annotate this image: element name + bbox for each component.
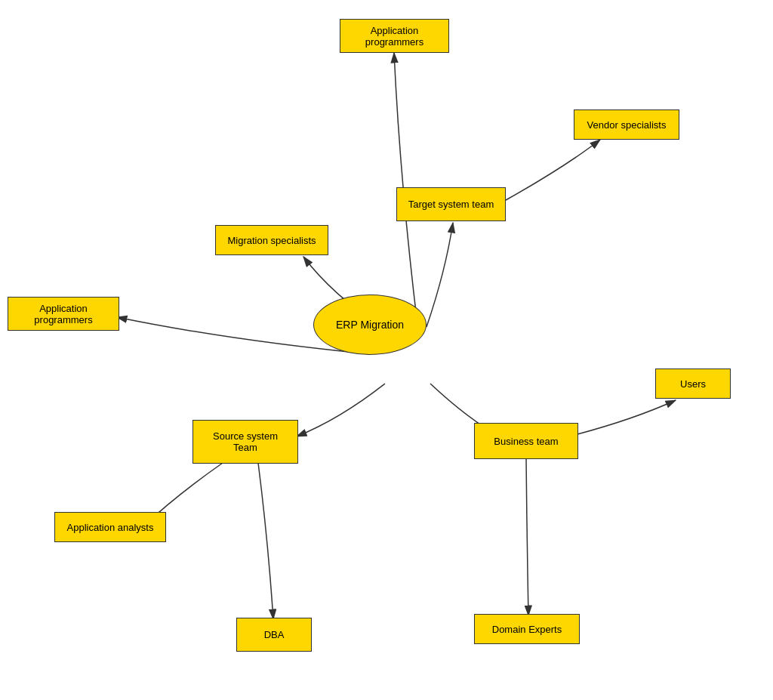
node-business-label: Business team xyxy=(494,436,558,447)
node-dba-label: DBA xyxy=(264,629,285,640)
node-app-prog-top-label: Application programmers xyxy=(343,25,445,48)
diagram-container: ERP Migration Application programmers Ve… xyxy=(0,0,773,700)
erp-migration-center[interactable]: ERP Migration xyxy=(313,294,427,355)
node-app-prog-left[interactable]: Application programmers xyxy=(8,297,119,331)
node-domain-label: Domain Experts xyxy=(492,624,562,635)
node-target-system-team[interactable]: Target system team xyxy=(396,187,506,221)
node-dba[interactable]: DBA xyxy=(236,618,312,652)
node-users-label: Users xyxy=(680,378,706,390)
node-vendor-label: Vendor specialists xyxy=(587,119,667,131)
node-vendor-specialists[interactable]: Vendor specialists xyxy=(574,109,679,140)
erp-migration-label: ERP Migration xyxy=(336,319,404,331)
node-source-label: Source systemTeam xyxy=(213,430,278,453)
node-source-system-team[interactable]: Source systemTeam xyxy=(192,420,298,464)
node-target-label: Target system team xyxy=(408,199,494,210)
node-migration-label: Migration specialists xyxy=(227,235,316,246)
node-app-analysts-label: Application analysts xyxy=(67,522,154,533)
node-app-analysts[interactable]: Application analysts xyxy=(54,512,166,542)
node-users[interactable]: Users xyxy=(655,369,731,399)
node-app-prog-left-label: Application programmers xyxy=(11,303,115,325)
node-app-prog-top[interactable]: Application programmers xyxy=(340,19,449,53)
node-business-team[interactable]: Business team xyxy=(474,423,578,459)
node-domain-experts[interactable]: Domain Experts xyxy=(474,614,580,644)
node-migration-specialists[interactable]: Migration specialists xyxy=(215,225,328,255)
